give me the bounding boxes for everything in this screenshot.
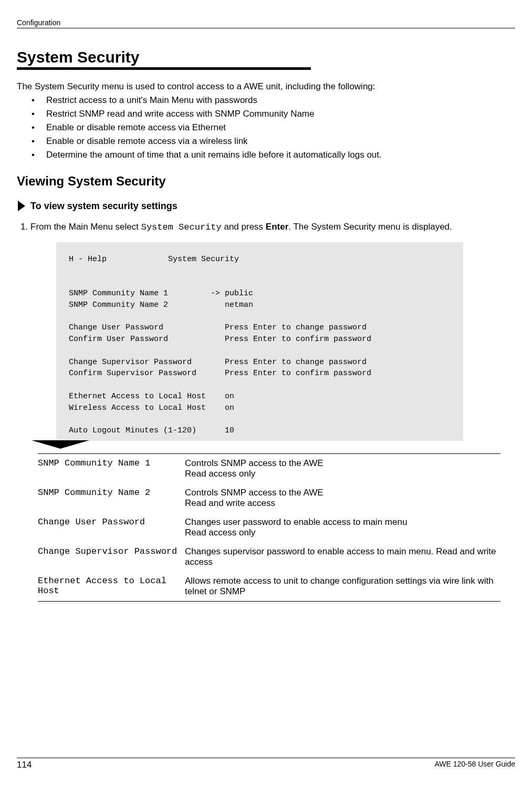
definition-table: SNMP Community Name 1 Controls SNMP acce… <box>38 453 500 602</box>
guide-name: AWE 120-58 User Guide <box>434 760 515 770</box>
terminal-output: H - Help System Security SNMP Community … <box>56 242 463 441</box>
page-title: System Security <box>17 48 515 66</box>
page-footer: 114 AWE 120-58 User Guide <box>17 758 515 770</box>
def-desc: Allows remote access to unit to change c… <box>185 576 500 597</box>
table-row: SNMP Community Name 2 Controls SNMP acce… <box>38 483 500 513</box>
svg-marker-0 <box>18 201 25 211</box>
table-row: Change User Password Changes user passwo… <box>38 513 500 542</box>
list-item: Determine the amount of time that a unit… <box>32 150 515 160</box>
running-header: Configuration <box>17 18 515 27</box>
def-desc: Controls SNMP access to the AWE Read and… <box>185 488 500 509</box>
header-rule <box>17 28 515 28</box>
step-text-suffix: . The System Security menu is displayed. <box>288 222 452 232</box>
procedure-heading: To view system security settings <box>17 200 515 212</box>
step-text-mid: and press <box>222 222 266 232</box>
step-text-prefix: From the Main Menu select <box>30 222 141 232</box>
def-desc: Changes user password to enable access t… <box>185 517 500 538</box>
intro-text: The System Security menu is used to cont… <box>17 81 515 92</box>
list-item: Enable or disable remote access via Ethe… <box>32 122 515 133</box>
def-desc: Changes supervisor password to enable ac… <box>185 546 500 567</box>
table-row: Ethernet Access to Local Host Allows rem… <box>38 572 500 601</box>
section-name: Configuration <box>17 18 60 27</box>
def-term: Change User Password <box>38 517 185 538</box>
def-term: Change Supervisor Password <box>38 546 185 567</box>
list-item: Enable or disable remote access via a wi… <box>32 136 515 147</box>
table-row: SNMP Community Name 1 Controls SNMP acce… <box>38 454 500 483</box>
step-bold: Enter <box>266 222 288 232</box>
step-mono: System Security <box>141 222 222 232</box>
def-term: Ethernet Access to Local Host <box>38 576 185 597</box>
def-term: SNMP Community Name 2 <box>38 488 185 509</box>
procedure-steps: From the Main Menu select System Securit… <box>17 221 515 234</box>
procedure-title: To view system security settings <box>30 201 178 212</box>
list-item: Restrict SNMP read and write access with… <box>32 109 515 119</box>
def-desc: Controls SNMP access to the AWE Read acc… <box>185 458 500 479</box>
terminal-block: H - Help System Security SNMP Community … <box>56 242 463 441</box>
subheading: Viewing System Security <box>17 174 515 189</box>
arrow-right-icon <box>17 200 26 212</box>
table-row: Change Supervisor Password Changes super… <box>38 542 500 572</box>
feature-list: Restrict access to a unit's Main Menu wi… <box>32 95 515 160</box>
list-item: Restrict access to a unit's Main Menu wi… <box>32 95 515 106</box>
def-term: SNMP Community Name 1 <box>38 458 185 479</box>
title-underline <box>17 67 311 70</box>
callout-arrow-icon <box>32 440 89 449</box>
svg-marker-1 <box>32 440 89 449</box>
step-item: From the Main Menu select System Securit… <box>30 221 515 234</box>
page-number: 114 <box>17 760 32 770</box>
